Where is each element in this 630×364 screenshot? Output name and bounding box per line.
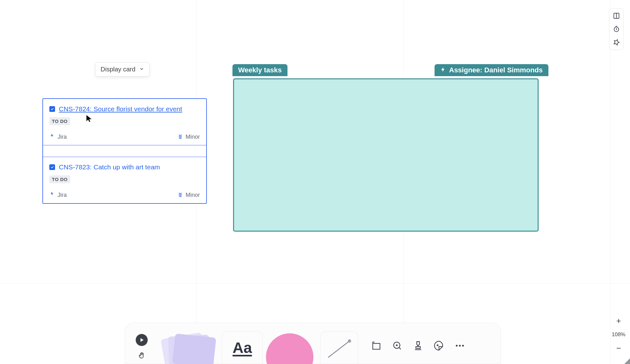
svg-rect-4 [373, 343, 380, 349]
svg-point-3 [348, 339, 351, 343]
pin-icon[interactable] [611, 37, 622, 48]
assignee-text: Assignee: Daniel Simmonds [449, 66, 543, 74]
resize-handle-icon[interactable] [624, 358, 630, 364]
task-source: Jira [49, 191, 67, 199]
stamp-tool-icon[interactable] [413, 340, 423, 352]
priority-minor-icon [177, 133, 183, 141]
connector-tool[interactable] [320, 331, 358, 364]
timer-icon[interactable] [611, 24, 622, 34]
svg-line-2 [328, 341, 349, 357]
task-priority-label: Minor [186, 134, 200, 140]
lightning-icon [440, 66, 446, 74]
jira-icon [49, 133, 55, 141]
task-priority: Minor [177, 133, 200, 141]
play-button[interactable] [136, 334, 148, 346]
task-status-badge: TO DO [49, 117, 70, 125]
task-card-group[interactable]: CNS-7824: Source florist vendor for even… [42, 98, 207, 204]
text-tool[interactable]: Aa [222, 331, 263, 364]
task-title-link[interactable]: CNS-7824: Source florist vendor for even… [59, 105, 182, 113]
task-priority-label: Minor [186, 192, 200, 198]
task-source-label: Jira [58, 134, 67, 140]
jira-icon [49, 191, 55, 199]
frame-icon[interactable] [611, 10, 622, 21]
section-label-text: Weekly tasks [238, 66, 282, 74]
zoom-out-button[interactable]: − [616, 343, 621, 353]
svg-point-8 [462, 345, 464, 347]
task-source-label: Jira [58, 192, 67, 198]
zoom-controls: + 108% − [610, 316, 627, 353]
task-priority: Minor [177, 191, 200, 199]
top-right-toolbar [609, 8, 624, 50]
chevron-down-icon [139, 66, 144, 73]
task-card[interactable]: CNS-7823: Catch up with art team TO DO J… [43, 157, 206, 203]
circle-shape-icon [266, 333, 313, 364]
display-card-label: Display card [101, 66, 135, 73]
display-card-dropdown[interactable]: Display card [95, 62, 150, 76]
section-label-weekly[interactable]: Weekly tasks [232, 64, 287, 76]
svg-point-7 [459, 345, 461, 347]
task-checkbox-icon [49, 106, 55, 112]
text-tool-label: Aa [232, 339, 252, 356]
task-card[interactable]: CNS-7824: Source florist vendor for even… [43, 99, 206, 145]
shape-tool[interactable] [263, 331, 317, 364]
task-status-badge: TO DO [49, 175, 70, 183]
task-title-link[interactable]: CNS-7823: Catch up with art team [59, 163, 160, 171]
more-tools-icon[interactable] [454, 340, 465, 352]
section-label-assignee[interactable]: Assignee: Daniel Simmonds [435, 64, 548, 76]
priority-minor-icon [177, 191, 183, 199]
bottom-toolbar: Aa [125, 323, 501, 364]
svg-point-6 [456, 345, 458, 347]
frame-tool-icon[interactable] [371, 340, 382, 352]
hand-tool-icon[interactable] [138, 352, 145, 361]
task-checkbox-icon [49, 164, 55, 170]
task-source: Jira [49, 133, 67, 141]
sticker-tool-icon[interactable] [434, 340, 444, 352]
sticky-notes-tool[interactable] [152, 329, 215, 364]
zoom-in-button[interactable]: + [616, 316, 621, 326]
search-sparkle-icon[interactable] [392, 340, 403, 352]
weekly-tasks-frame[interactable] [233, 78, 539, 232]
zoom-value[interactable]: 108% [612, 331, 625, 338]
card-divider [43, 145, 206, 157]
